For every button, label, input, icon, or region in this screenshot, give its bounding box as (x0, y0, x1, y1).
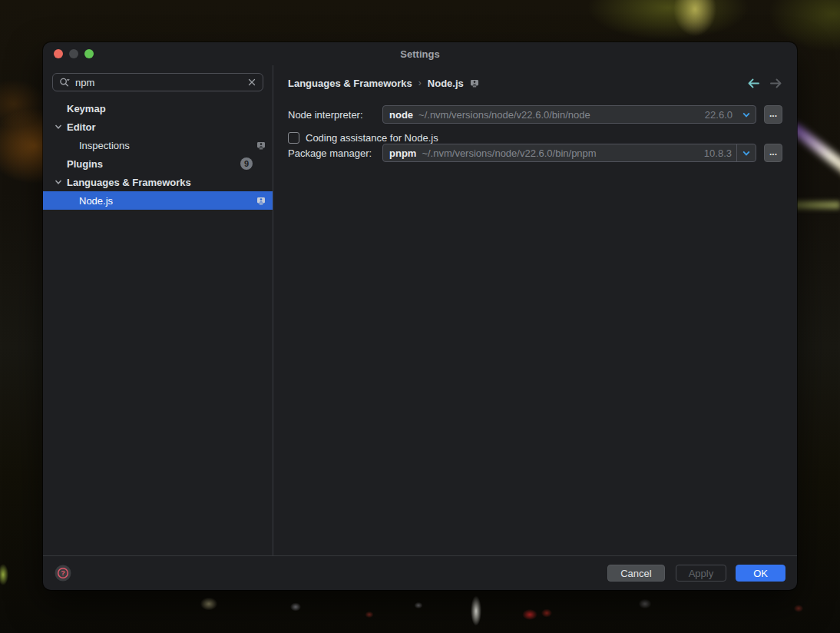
combo-dropdown-area[interactable] (737, 106, 756, 123)
breadcrumb: Languages & Frameworks › Node.js (288, 75, 782, 91)
svg-text:?: ? (61, 569, 65, 577)
interpreter-name: node (389, 109, 413, 121)
settings-search-box[interactable] (52, 73, 263, 91)
settings-window: Settings Keymap (43, 42, 797, 590)
search-icon (59, 77, 71, 88)
package-manager-name: pnpm (389, 147, 416, 159)
titlebar[interactable]: Settings (43, 42, 797, 65)
breadcrumb-separator-icon: › (418, 78, 422, 88)
sidebar-item-label: Node.js (79, 195, 113, 207)
breadcrumb-current: Node.js (428, 78, 464, 89)
interpreter-version: 22.6.0 (705, 109, 733, 121)
ok-button[interactable]: OK (736, 565, 785, 582)
settings-tree: Keymap Editor Inspections (43, 99, 273, 555)
sidebar-item-languages-frameworks[interactable]: Languages & Frameworks (43, 173, 273, 191)
window-title: Settings (400, 48, 439, 60)
coding-assistance-row[interactable]: Coding assistance for Node.js (288, 131, 782, 144)
help-button[interactable]: ? (55, 565, 71, 582)
interpreter-path: ~/.nvm/versions/node/v22.6.0/bin/node (418, 109, 590, 121)
history-nav (747, 78, 782, 88)
browse-interpreter-button[interactable]: ... (764, 105, 782, 124)
back-arrow-icon[interactable] (747, 78, 760, 88)
package-manager-combobox[interactable]: pnpm ~/.nvm/versions/node/v22.6.0/bin/pn… (382, 144, 756, 162)
nodejs-settings-form: Node interpreter: node ~/.nvm/versions/n… (288, 105, 782, 162)
settings-sidebar: Keymap Editor Inspections (43, 65, 273, 555)
package-manager-row: Package manager: pnpm ~/.nvm/versions/no… (288, 144, 782, 162)
chevron-down-icon (742, 150, 750, 157)
package-manager-version: 10.8.3 (704, 147, 732, 159)
minimize-button[interactable] (69, 49, 78, 58)
sidebar-item-inspections[interactable]: Inspections (43, 136, 273, 154)
sidebar-item-keymap[interactable]: Keymap (43, 99, 273, 118)
combo-dropdown-area[interactable] (736, 144, 756, 161)
node-interpreter-combobox[interactable]: node ~/.nvm/versions/node/v22.6.0/bin/no… (382, 105, 756, 124)
package-manager-path: ~/.nvm/versions/node/v22.6.0/bin/pnpm (422, 147, 596, 159)
search-input[interactable] (75, 77, 243, 88)
ide-settings-icon (470, 79, 479, 88)
breadcrumb-parent[interactable]: Languages & Frameworks (288, 78, 412, 89)
coding-assistance-checkbox[interactable] (288, 132, 299, 144)
sidebar-item-label: Languages & Frameworks (67, 177, 191, 188)
apply-button: Apply (676, 565, 727, 582)
dialog-footer: ? Cancel Apply OK (43, 555, 797, 590)
zoom-button[interactable] (84, 49, 94, 58)
sidebar-item-editor[interactable]: Editor (43, 118, 273, 136)
node-interpreter-row: Node interpreter: node ~/.nvm/versions/n… (288, 105, 782, 124)
sidebar-item-label: Keymap (67, 103, 106, 114)
browse-package-manager-button[interactable]: ... (764, 144, 782, 162)
chevron-down-icon (742, 111, 750, 118)
forward-arrow-icon[interactable] (769, 78, 782, 88)
chevron-down-icon[interactable] (55, 178, 62, 186)
sidebar-item-nodejs[interactable]: Node.js (43, 191, 273, 210)
sidebar-item-label: Inspections (79, 140, 130, 151)
close-button[interactable] (54, 49, 63, 58)
sidebar-item-plugins[interactable]: Plugins 9 (43, 154, 273, 173)
cancel-button[interactable]: Cancel (607, 565, 664, 582)
node-interpreter-label: Node interpreter: (288, 109, 382, 121)
chevron-down-icon[interactable] (55, 123, 62, 131)
package-manager-label: Package manager: (288, 147, 382, 159)
ide-settings-icon (256, 197, 266, 205)
settings-content: Languages & Frameworks › Node.js (273, 65, 797, 555)
coding-assistance-label: Coding assistance for Node.js (306, 132, 438, 144)
traffic-lights (54, 42, 94, 65)
plugins-count-badge: 9 (240, 157, 253, 170)
ide-settings-icon (256, 141, 266, 150)
clear-search-icon[interactable] (247, 78, 256, 87)
sidebar-item-label: Plugins (67, 158, 103, 170)
sidebar-item-label: Editor (67, 121, 96, 133)
